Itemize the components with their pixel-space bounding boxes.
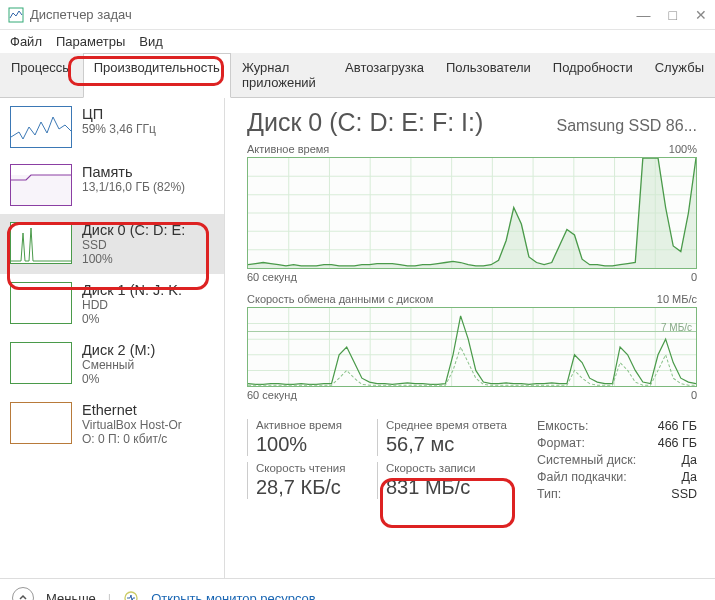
chart2-max: 10 МБ/с xyxy=(657,293,697,305)
tab-users[interactable]: Пользователи xyxy=(435,53,542,97)
chart-active-time xyxy=(247,157,697,269)
fewer-details-button[interactable] xyxy=(12,587,34,600)
tab-services[interactable]: Службы xyxy=(644,53,715,97)
disk1-sub2: 0% xyxy=(82,312,182,326)
disk0-sub2: 100% xyxy=(82,252,185,266)
memory-thumb xyxy=(10,164,72,206)
tab-performance[interactable]: Производительность xyxy=(83,53,231,98)
sidebar-item-ethernet[interactable]: Ethernet VirtualBox Host-Or О: 0 П: 0 кб… xyxy=(0,394,224,454)
resmon-icon xyxy=(123,590,139,600)
sidebar-item-cpu[interactable]: ЦП 59% 3,46 ГГц xyxy=(0,98,224,156)
stats-left: Активное время 100% Среднее время ответа… xyxy=(247,419,507,505)
menu-options[interactable]: Параметры xyxy=(56,34,125,49)
stat-active-time-label: Активное время xyxy=(256,419,377,431)
svg-rect-1 xyxy=(11,175,71,205)
disk1-sub1: HDD xyxy=(82,298,182,312)
stat-avg-response-value: 56,7 мс xyxy=(386,433,507,456)
tabs: Процессы Производительность Журнал прило… xyxy=(0,53,715,98)
stat-read-speed-label: Скорость чтения xyxy=(256,462,377,474)
eth-sub1: VirtualBox Host-Or xyxy=(82,418,182,432)
fewer-details-label[interactable]: Меньше xyxy=(46,591,96,601)
cpu-thumb xyxy=(10,106,72,148)
tab-details[interactable]: Подробности xyxy=(542,53,644,97)
sidebar-item-disk1[interactable]: Диск 1 (N: J: K: HDD 0% xyxy=(0,274,224,334)
window-controls: — □ ✕ xyxy=(637,7,707,23)
memory-title: Память xyxy=(82,164,185,180)
chart2-xmax: 0 xyxy=(691,389,697,401)
resmon-link[interactable]: Открыть монитор ресурсов xyxy=(151,591,315,601)
prop-type-k: Тип: xyxy=(537,487,561,501)
menu-view[interactable]: Вид xyxy=(139,34,163,49)
disk2-sub2: 0% xyxy=(82,372,155,386)
minimize-button[interactable]: — xyxy=(637,7,651,23)
stat-avg-response: Среднее время ответа 56,7 мс xyxy=(377,419,507,456)
prop-type-v: SSD xyxy=(671,487,697,501)
maximize-button[interactable]: □ xyxy=(669,7,677,23)
stat-write-speed-value: 831 МБ/с xyxy=(386,476,507,499)
chart1-bottom: 60 секунд 0 xyxy=(247,271,697,291)
chart1-xmax: 0 xyxy=(691,271,697,283)
disk-model: Samsung SSD 86... xyxy=(556,117,697,135)
eth-text: Ethernet VirtualBox Host-Or О: 0 П: 0 кб… xyxy=(82,402,182,446)
window-title: Диспетчер задач xyxy=(30,7,637,22)
prop-pagefile-k: Файл подкачки: xyxy=(537,470,627,484)
sidebar-item-disk2[interactable]: Диск 2 (M:) Сменный 0% xyxy=(0,334,224,394)
tab-processes[interactable]: Процессы xyxy=(0,53,83,97)
prop-system-k: Системный диск: xyxy=(537,453,636,467)
disk0-title: Диск 0 (C: D: E: xyxy=(82,222,185,238)
disk2-title: Диск 2 (M:) xyxy=(82,342,155,358)
eth-title: Ethernet xyxy=(82,402,182,418)
tab-app-history[interactable]: Журнал приложений xyxy=(231,53,334,97)
cpu-text: ЦП 59% 3,46 ГГц xyxy=(82,106,156,148)
prop-formatted-k: Формат: xyxy=(537,436,585,450)
chart1-labels: Активное время 100% xyxy=(247,143,697,155)
menu-file[interactable]: Файл xyxy=(10,34,42,49)
content: ЦП 59% 3,46 ГГц Память 13,1/16,0 ГБ (82%… xyxy=(0,98,715,578)
disk1-thumb xyxy=(10,282,72,324)
disk0-text: Диск 0 (C: D: E: SSD 100% xyxy=(82,222,185,266)
footer: Меньше | Открыть монитор ресурсов xyxy=(0,578,715,600)
sidebar-item-disk0[interactable]: Диск 0 (C: D: E: SSD 100% xyxy=(0,214,224,274)
prop-pagefile-v: Да xyxy=(682,470,697,484)
cpu-sub: 59% 3,46 ГГц xyxy=(82,122,156,136)
prop-formatted-v: 466 ГБ xyxy=(658,436,697,450)
sidebar: ЦП 59% 3,46 ГГц Память 13,1/16,0 ГБ (82%… xyxy=(0,98,225,578)
stat-read-speed: Скорость чтения 28,7 КБ/с xyxy=(247,462,377,499)
chart1-label: Активное время xyxy=(247,143,329,155)
stats-right: Емкость:466 ГБ Формат:466 ГБ Системный д… xyxy=(537,419,697,505)
eth-sub2: О: 0 П: 0 кбит/с xyxy=(82,432,182,446)
svg-rect-0 xyxy=(9,8,23,22)
stat-write-speed: Скорость записи 831 МБ/с xyxy=(377,462,507,499)
app-icon xyxy=(8,7,24,23)
chart-transfer-rate: 7 МБ/с xyxy=(247,307,697,387)
stat-write-speed-label: Скорость записи xyxy=(386,462,507,474)
disk0-thumb xyxy=(10,222,72,264)
chart2-bottom: 60 секунд 0 xyxy=(247,389,697,409)
disk2-text: Диск 2 (M:) Сменный 0% xyxy=(82,342,155,386)
chart2-inner-label: 7 МБ/с xyxy=(661,322,692,333)
chart2-labels: Скорость обмена данными с диском 10 МБ/с xyxy=(247,293,697,305)
tab-startup[interactable]: Автозагрузка xyxy=(334,53,435,97)
menubar: Файл Параметры Вид xyxy=(0,30,715,53)
stat-read-speed-value: 28,7 КБ/с xyxy=(256,476,377,499)
chart2-label: Скорость обмена данными с диском xyxy=(247,293,433,305)
disk-title: Диск 0 (C: D: E: F: I:) xyxy=(247,108,483,137)
sidebar-item-memory[interactable]: Память 13,1/16,0 ГБ (82%) xyxy=(0,156,224,214)
prop-system-v: Да xyxy=(682,453,697,467)
disk1-title: Диск 1 (N: J: K: xyxy=(82,282,182,298)
cpu-title: ЦП xyxy=(82,106,156,122)
main-header: Диск 0 (C: D: E: F: I:) Samsung SSD 86..… xyxy=(247,108,697,137)
chart1-max: 100% xyxy=(669,143,697,155)
stats: Активное время 100% Среднее время ответа… xyxy=(247,419,697,505)
disk0-sub1: SSD xyxy=(82,238,185,252)
stat-active-time-value: 100% xyxy=(256,433,377,456)
disk2-sub1: Сменный xyxy=(82,358,155,372)
main-panel: Диск 0 (C: D: E: F: I:) Samsung SSD 86..… xyxy=(225,98,715,578)
eth-thumb xyxy=(10,402,72,444)
chart1-xaxis: 60 секунд xyxy=(247,271,297,283)
memory-text: Память 13,1/16,0 ГБ (82%) xyxy=(82,164,185,206)
memory-sub: 13,1/16,0 ГБ (82%) xyxy=(82,180,185,194)
stat-active-time: Активное время 100% xyxy=(247,419,377,456)
close-button[interactable]: ✕ xyxy=(695,7,707,23)
chart2-xaxis: 60 секунд xyxy=(247,389,297,401)
